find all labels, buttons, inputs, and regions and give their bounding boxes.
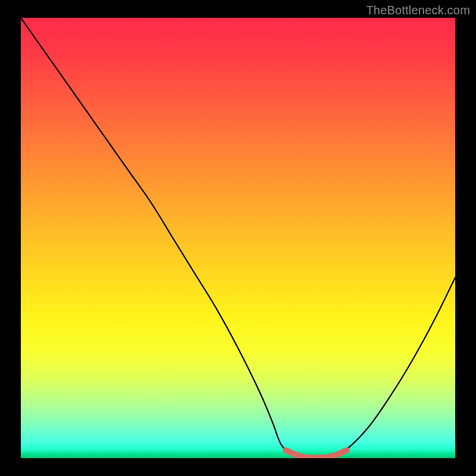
optimal-range-marker [286,450,346,458]
bottleneck-curve [21,18,455,458]
chart-frame: TheBottleneck.com [0,0,476,476]
watermark-text: TheBottleneck.com [366,4,470,17]
plot-area [21,18,455,458]
bottleneck-curve-svg [21,18,455,458]
